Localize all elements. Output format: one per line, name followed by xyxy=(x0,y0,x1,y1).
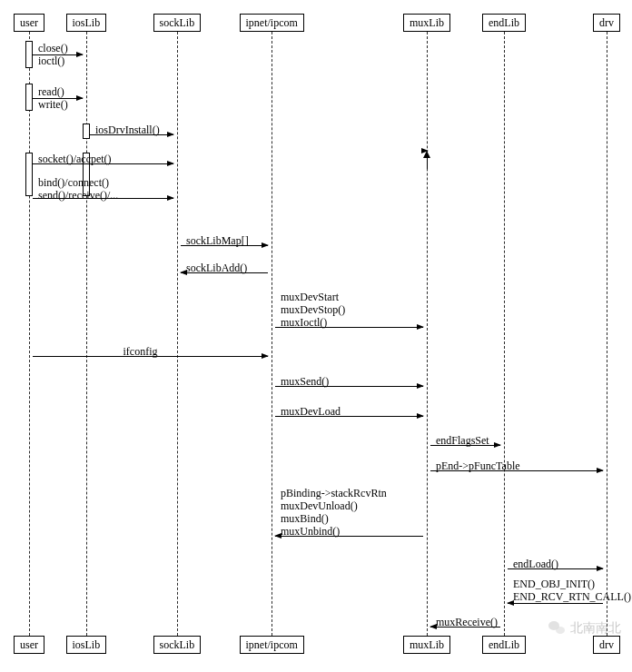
lifeline-sockLib xyxy=(177,32,178,636)
msg-label-15-0: END_OBJ_INIT() xyxy=(513,578,595,590)
msg-label-14-0: endLoad() xyxy=(513,558,558,570)
participant-sockLib-top: sockLib xyxy=(153,14,202,32)
msg-label-9-0: muxSend() xyxy=(281,375,329,388)
msg-label-6-0: sockLibAdd() xyxy=(186,262,247,274)
lifeline-endLib xyxy=(504,32,505,636)
msg-label-13-1: muxDevUnload() xyxy=(281,499,358,512)
msg-label-5-0: sockLibMap[] xyxy=(186,234,249,247)
msg-label-15-1: END_RCV_RTN_CALL() xyxy=(513,590,631,603)
participant-ipnet-bottom: ipnet/ipcom xyxy=(240,636,304,654)
lifeline-user xyxy=(29,32,30,636)
stray-return-arrow xyxy=(427,151,428,152)
msg-label-4-0: bind()/connect() xyxy=(38,176,109,189)
msg-label-4-1: send()/receive()/... xyxy=(38,189,118,202)
participant-user-bottom: user xyxy=(14,636,44,654)
participant-drv-top: drv xyxy=(593,14,620,32)
participant-iosLib-top: iosLib xyxy=(66,14,107,32)
msg-label-0-1: ioctl() xyxy=(38,54,64,67)
participant-user-top: user xyxy=(14,14,44,32)
lifeline-muxLib xyxy=(427,32,428,636)
participant-drv-bottom: drv xyxy=(593,636,620,654)
msg-label-16-0: muxReceive() xyxy=(436,616,498,628)
participant-muxLib-bottom: muxLib xyxy=(403,636,450,654)
msg-label-10-0: muxDevLoad xyxy=(281,405,341,418)
participant-ipnet-top: ipnet/ipcom xyxy=(240,14,304,32)
participant-endLib-top: endLib xyxy=(482,14,526,32)
msg-label-7-2: muxIoctl() xyxy=(281,316,327,329)
participant-endLib-bottom: endLib xyxy=(482,636,526,654)
activation-0 xyxy=(25,41,33,68)
msg-label-11-0: endFlagsSet xyxy=(436,434,489,447)
msg-label-13-2: muxBind() xyxy=(281,512,329,525)
activation-2 xyxy=(25,153,33,196)
msg-label-8-0: ifconfig xyxy=(123,345,158,358)
watermark-text: 北南南北 xyxy=(570,620,621,637)
msg-label-7-0: muxDevStart xyxy=(281,291,339,303)
msg-label-3-0: socket()/accpet() xyxy=(38,153,112,165)
arrow-15 xyxy=(508,603,603,604)
participant-iosLib-bottom: iosLib xyxy=(66,636,107,654)
lifeline-drv xyxy=(607,32,607,636)
lifeline-ipnet xyxy=(272,32,272,636)
activation-4 xyxy=(83,124,90,139)
participant-muxLib-top: muxLib xyxy=(403,14,450,32)
msg-label-7-1: muxDevStop() xyxy=(281,303,345,316)
msg-label-13-0: pBinding->stackRcvRtn xyxy=(281,487,387,499)
watermark: 北南南北 xyxy=(548,619,621,637)
activation-1 xyxy=(25,84,33,111)
msg-label-13-3: muxUnbind() xyxy=(281,525,340,538)
wechat-icon xyxy=(548,619,567,637)
msg-label-1-1: write() xyxy=(38,98,68,111)
msg-label-2-0: iosDrvInstall() xyxy=(95,124,160,136)
msg-label-1-0: read() xyxy=(38,85,64,98)
msg-label-12-0: pEnd->pFuncTable xyxy=(436,460,520,472)
participant-sockLib-bottom: sockLib xyxy=(153,636,202,654)
msg-label-0-0: close() xyxy=(38,42,68,54)
lifeline-iosLib xyxy=(86,32,87,636)
